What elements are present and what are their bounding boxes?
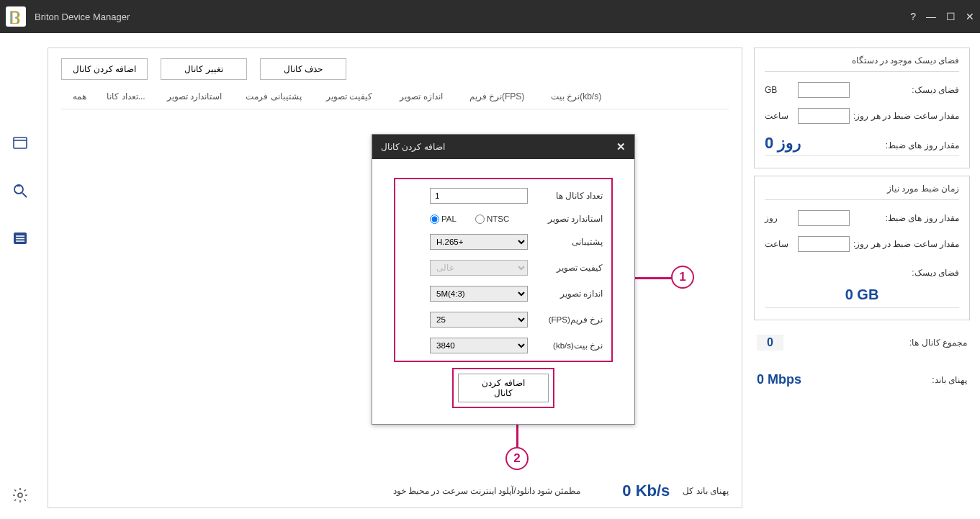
fps-select[interactable]: 25 [430, 312, 528, 328]
rec-hours2-label: مقدار ساعت ضبط در هر روز: [850, 239, 959, 249]
annotation-marker-2: 2 [505, 447, 529, 470]
edit-channel-button[interactable]: تغییر کانال [161, 58, 247, 80]
col-channel-count: تعداد کانا... [97, 91, 155, 101]
size-label: اندازه تصویر [532, 289, 603, 299]
image-standard-label: استاندارد تصویر [532, 214, 603, 224]
rec-hours-input[interactable] [798, 108, 850, 124]
rec-days-label: مقدار روز های ضبط: [886, 140, 959, 150]
col-image-size: اندازه تصویر [385, 91, 457, 101]
col-image-quality: کیفیت تصویر [313, 91, 385, 101]
hour-unit: ساعت [765, 111, 792, 121]
annotation-marker-1: 1 [671, 266, 694, 289]
search-icon[interactable] [11, 181, 30, 200]
quality-label: کیفیت تصویر [532, 263, 603, 273]
modal-submit-button[interactable]: اضافه کردن کانال [458, 374, 549, 402]
rec-days2-label: مقدار روز های ضبط: [850, 213, 959, 223]
svg-point-8 [18, 493, 22, 497]
section-rec-title: زمان ضبط مورد نیاز [765, 176, 959, 200]
quality-select: عالی [430, 260, 528, 276]
rec-days2-input[interactable] [798, 210, 850, 226]
total-channels-value: 0 [757, 335, 783, 351]
col-image-standard: استاندارد تصویر [155, 91, 234, 101]
annotation-box-1: تعداد کانال ها استاندارد تصویر PAL NTSC … [394, 178, 613, 362]
col-fps: نرخ فریم(FPS) [457, 91, 536, 101]
svg-rect-0 [14, 137, 27, 148]
svg-line-3 [22, 193, 27, 197]
section-disk-title: فضای دیسک موجود در دستگاه [765, 48, 959, 72]
annotation-box-2: اضافه کردن کانال [452, 368, 554, 408]
right-panel: فضای دیسک موجود در دستگاه فضای دیسک: GB … [750, 33, 980, 519]
bandwidth-value: 0 Mbps [757, 372, 801, 387]
help-icon[interactable]: ? [910, 11, 916, 22]
modal-title: اضافه کردن کانال [381, 142, 445, 152]
total-bandwidth-label: پهنای باند کل [683, 486, 729, 496]
bitrate-select[interactable]: 3840 [430, 338, 528, 353]
radio-pal[interactable]: PAL [430, 215, 457, 224]
add-channel-button[interactable]: اضافه کردن کانال [61, 58, 148, 80]
col-format-support: پشتیبانی فرمت [234, 91, 313, 101]
rec-hours-label: مقدار ساعت ضبط در هر روز: [850, 111, 959, 121]
modal-close-icon[interactable]: ✕ [616, 140, 626, 153]
gb-unit: GB [765, 85, 792, 95]
total-channels-label: مجموع کانال ها: [783, 338, 967, 348]
disk-space2-value: 0 GB [765, 282, 959, 308]
gear-icon[interactable] [11, 486, 30, 505]
radio-ntsc[interactable]: NTSC [475, 215, 509, 224]
disk-space-input[interactable] [798, 82, 850, 98]
app-title: Briton Device Manager [35, 12, 910, 22]
section-disk-available: فضای دیسک موجود در دستگاه فضای دیسک: GB … [754, 48, 970, 168]
channel-count-label: تعداد کانال ها [532, 191, 603, 201]
support-label: پشتیبانی [532, 237, 603, 247]
add-channel-modal: اضافه کردن کانال ✕ تعداد کانال ها استاند… [372, 134, 635, 425]
col-bitrate: نرخ بیت(kb/s) [536, 91, 616, 101]
footer-bar: پهنای باند کل 0 Kb/s مطمئن شود دانلود/آپ… [61, 482, 729, 500]
titlebar: Briton Device Manager ? — ☐ ✕ [0, 0, 980, 33]
left-rail [0, 33, 40, 519]
close-icon[interactable]: ✕ [966, 11, 974, 22]
hour-unit-2: ساعت [765, 239, 792, 249]
disk-space2-label: فضای دیسک: [765, 268, 959, 278]
size-select[interactable]: 5M(4:3) [430, 286, 528, 302]
bandwidth-label: پهنای باند: [801, 375, 967, 385]
window-icon[interactable] [11, 134, 30, 153]
bitrate-label: نرخ بیت(kb/s) [532, 340, 603, 351]
rec-days-value: 0 روز [765, 134, 801, 153]
total-bandwidth-value: 0 Kb/s [622, 482, 670, 500]
footer-hint: مطمئن شود دانلود/آپلود اینترنت سرعت در م… [393, 486, 581, 496]
app-logo [6, 6, 26, 27]
maximize-icon[interactable]: ☐ [946, 11, 956, 22]
section-rec-time: زمان ضبط مورد نیاز مقدار روز های ضبط: رو… [754, 176, 970, 320]
rec-hours2-input[interactable] [798, 236, 850, 252]
delete-channel-button[interactable]: حذف کانال [260, 58, 346, 80]
list-icon[interactable] [11, 229, 30, 248]
channel-count-input[interactable] [430, 188, 528, 204]
column-headers: همه تعداد کانا... استاندارد تصویر پشتیبا… [61, 84, 729, 109]
fps-label: نرخ فریم(FPS) [532, 315, 603, 325]
minimize-icon[interactable]: — [926, 11, 936, 22]
day-unit: روز [765, 213, 792, 223]
support-select[interactable]: H.265+ [430, 234, 528, 250]
col-all[interactable]: همه [61, 91, 97, 101]
disk-space-label: فضای دیسک: [850, 85, 959, 95]
